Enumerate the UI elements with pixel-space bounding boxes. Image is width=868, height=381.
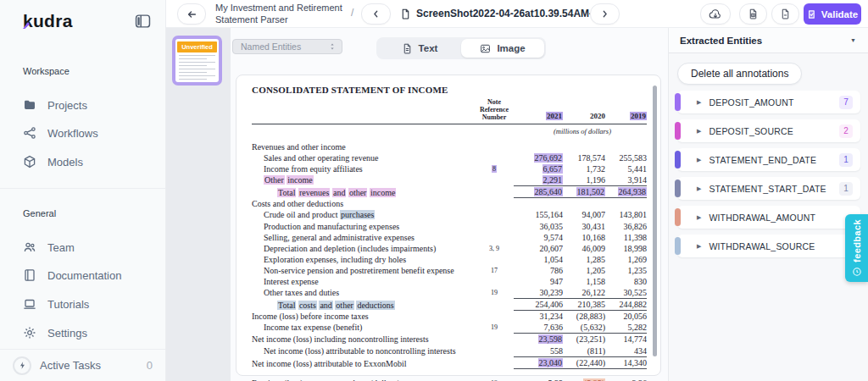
row-value: 20,056 <box>605 311 647 322</box>
feedback-button[interactable]: feedback <box>845 214 868 282</box>
entity-highlight[interactable]: Total <box>277 188 296 197</box>
page-thumbnail-strip: Unverified <box>166 28 231 381</box>
export-document-button[interactable] <box>771 3 799 25</box>
current-file: ScreenShot2022-04-26at10.39.54AM-4a1... <box>400 8 590 19</box>
entity-highlight[interactable]: 23,598 <box>538 334 564 344</box>
entity-card[interactable]: ▶WITHDRAWAL_AMOUNT <box>677 206 860 229</box>
download-button[interactable] <box>700 3 731 25</box>
sidebar-item-projects[interactable]: Projects <box>23 98 87 112</box>
document-viewer: CONSOLIDATED STATEMENT OF INCOME Note Re… <box>236 75 661 376</box>
entity-type-select[interactable]: Named Entities <box>232 39 342 54</box>
text-fragment: 20,056 <box>624 312 648 321</box>
entity-highlight[interactable]: 285,640 <box>534 187 564 196</box>
entity-card[interactable]: ▶WITHDRAWAL_SOURCE <box>677 235 860 257</box>
panel-collapse-icon[interactable]: ▼ <box>850 37 856 43</box>
entity-highlight[interactable]: 6,657 <box>542 164 564 174</box>
row-label: Depreciation and depletion (includes imp… <box>252 243 475 254</box>
document-scrollbar[interactable] <box>653 86 657 356</box>
entity-color-bar <box>675 179 681 197</box>
row-label: Revenues and other income <box>252 141 475 152</box>
page-thumbnail[interactable]: Unverified <box>172 36 222 86</box>
row-label: Income from equity affiliates <box>252 163 475 174</box>
next-document-button[interactable] <box>590 3 620 25</box>
row-value: 6,657 <box>514 163 563 174</box>
expand-caret-icon[interactable]: ▶ <box>697 99 701 106</box>
row-label: Other taxes and duties <box>252 287 475 298</box>
entity-count-badge: 7 <box>839 96 853 109</box>
text-fragment: Crude oil and product <box>264 210 340 219</box>
sidebar-item-tutorials[interactable]: Tutorials <box>23 297 89 311</box>
entity-highlight[interactable]: deductions <box>356 301 394 310</box>
row-values: 23,040(22,440)14,340 <box>514 356 647 369</box>
entity-highlight[interactable]: 276,692 <box>534 153 564 163</box>
entity-card[interactable]: ▶DEPOSIT_SOURCE2 <box>677 119 860 142</box>
entity-highlight[interactable]: 2021 <box>546 112 563 120</box>
export-excel-button[interactable] <box>739 3 767 25</box>
text-fragment: (28,883) <box>576 312 605 321</box>
table-row: Revenues and other income <box>252 141 647 152</box>
row-value: 276,692 <box>514 152 563 163</box>
sidebar-item-models[interactable]: Models <box>23 155 83 168</box>
entity-card[interactable]: ▶DEPOSIT_AMOUNT7 <box>677 91 860 113</box>
entity-highlight[interactable]: 2,291 <box>542 175 564 185</box>
entity-highlight[interactable]: revenues <box>298 188 331 197</box>
text-fragment: 5,282 <box>628 323 648 332</box>
text-fragment: 11,398 <box>624 233 647 242</box>
previous-document-button[interactable] <box>361 3 391 25</box>
expand-caret-icon[interactable]: ▶ <box>697 243 701 250</box>
entity-name: WITHDRAWAL_SOURCE <box>709 241 853 251</box>
table-row: Net income (loss) attributable to noncon… <box>252 345 647 356</box>
entity-highlight[interactable]: other <box>348 188 368 197</box>
sidebar-divider <box>0 188 165 189</box>
row-label: Selling, general and administrative expe… <box>252 232 475 243</box>
entity-highlight[interactable]: 8 <box>492 165 497 173</box>
chevron-right-icon <box>599 8 610 19</box>
entity-highlight[interactable]: 23,040 <box>538 358 564 367</box>
delete-all-annotations-button[interactable]: Delete all annotations <box>677 63 802 85</box>
sidebar-item-settings[interactable]: Settings <box>23 326 87 340</box>
table-row: Total revenues and other income285,64018… <box>252 185 647 198</box>
tab-image[interactable]: Image <box>461 39 544 58</box>
sidebar-collapse-icon[interactable] <box>135 14 152 29</box>
tab-label: Image <box>497 43 525 53</box>
expand-caret-icon[interactable]: ▶ <box>697 128 701 135</box>
entity-highlight[interactable]: and <box>319 301 332 310</box>
sidebar-item-documentation[interactable]: Documentation <box>23 268 121 282</box>
active-tasks[interactable]: Active Tasks 0 <box>0 350 165 381</box>
expand-caret-icon[interactable]: ▶ <box>697 214 701 221</box>
sidebar-item-label: Team <box>47 241 75 254</box>
entity-highlight[interactable]: income <box>287 175 313 185</box>
entity-highlight[interactable]: and <box>332 188 346 197</box>
row-value: 10,168 <box>563 232 605 243</box>
row-note: 19 <box>475 287 514 298</box>
text-fragment: Net income (loss) attributable to ExxonM… <box>252 359 406 368</box>
table-row: Income from equity affiliates86,6571,732… <box>252 163 647 174</box>
text-fragment: Production and manufacturing expenses <box>264 222 399 231</box>
expand-caret-icon[interactable]: ▶ <box>697 157 701 163</box>
entity-highlight[interactable]: purchases <box>340 210 375 219</box>
file-name: ScreenShot2022-04-26at10.39.54AM-4a1... <box>416 8 590 19</box>
row-values: 558(811)434 <box>514 345 647 356</box>
entity-card[interactable]: ▶STATEMENT_START_DATE1 <box>677 177 860 200</box>
validate-button[interactable]: Validate <box>804 3 861 25</box>
entity-highlight[interactable]: Total <box>277 301 296 310</box>
sidebar-item-team[interactable]: Team <box>23 240 75 254</box>
entity-highlight[interactable]: other <box>335 301 354 310</box>
row-value: 23,040 <box>514 357 563 368</box>
entity-highlight[interactable]: 181,502 <box>576 187 606 196</box>
sidebar-item-workflows[interactable]: Workflows <box>23 126 98 140</box>
entity-highlight[interactable]: 264,938 <box>618 187 648 196</box>
image-icon <box>480 43 491 54</box>
text-fragment: 30,431 <box>582 222 606 231</box>
row-value: 558 <box>514 345 563 356</box>
expand-caret-icon[interactable]: ▶ <box>697 185 701 192</box>
entity-highlight[interactable]: Other <box>264 175 285 185</box>
entity-card[interactable]: ▶STATEMENT_END_DATE1 <box>677 148 860 171</box>
entity-highlight[interactable]: costs <box>298 301 317 310</box>
entity-highlight[interactable]: income <box>370 188 396 197</box>
tab-text[interactable]: Text <box>378 39 461 58</box>
row-value: (22,440) <box>563 357 605 368</box>
entity-highlight[interactable]: 2019 <box>630 112 647 120</box>
text-fragment: 19 <box>491 289 498 296</box>
back-button[interactable] <box>177 3 206 25</box>
